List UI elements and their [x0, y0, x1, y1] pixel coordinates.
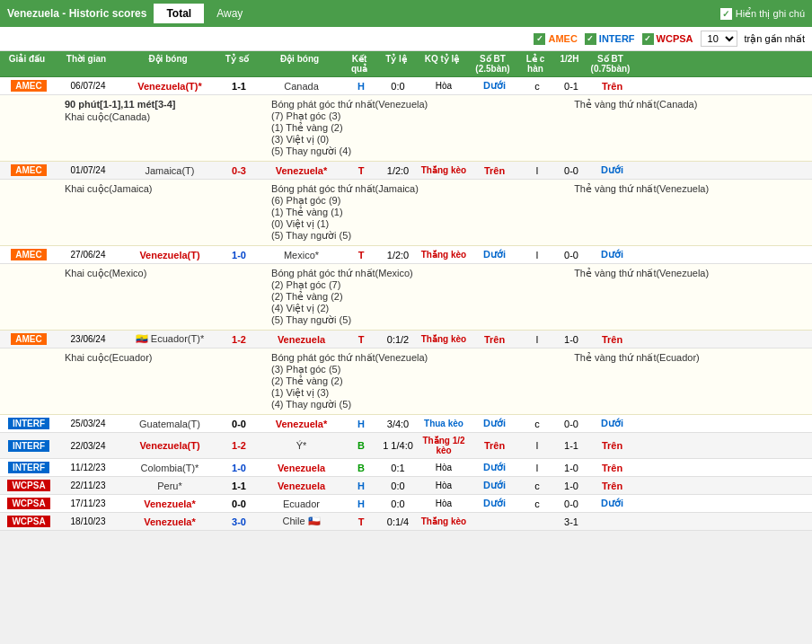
ty-le: 1/2:0 [378, 250, 418, 260]
so-bt-25: Dưới [470, 480, 519, 491]
table-row: AMEC 23/06/24 🇪🇨 Ecuador(T)* 1-2 Venezue… [0, 331, 812, 348]
main-container: Venezuela - Historic scores Total Away ✓… [0, 0, 812, 531]
team1-name: Jamaica(T) [120, 165, 219, 176]
col-doi-bong-1: Đội bóng [119, 51, 217, 76]
le-c: c [519, 81, 555, 92]
ty-le: 0:0 [378, 481, 418, 491]
show-notes-checkbox[interactable]: ✓ Hiển thị ghi chú [720, 8, 805, 20]
header-bar: Venezuela - Historic scores Total Away ✓… [0, 0, 812, 27]
half-score: 1-0 [555, 463, 587, 473]
match-score: 1-2 [219, 334, 259, 345]
match-result: B [344, 463, 378, 473]
match-score: 1-1 [219, 81, 259, 92]
detail-the-vang: Thẻ vàng thứ nhất(Ecuador) [574, 352, 805, 410]
match-date: 27/06/24 [56, 250, 120, 260]
team2-name: Ý* [259, 440, 344, 451]
match-result: H [344, 481, 378, 491]
table-row: AMEC 06/07/24 Venezuela(T)* 1-1 Canada H… [0, 77, 812, 95]
so-bt-075: Dưới [587, 164, 637, 176]
table-row: INTERF 22/03/24 Venezuela(T) 1-2 Ý* B 1 … [0, 433, 812, 459]
col-so-bt-075: Số BT (0.75bàn) [586, 51, 635, 76]
match-score: 1-2 [219, 440, 259, 451]
match-result: H [344, 498, 378, 509]
amec-filter[interactable]: ✓ AMEC [534, 33, 577, 45]
tab-total[interactable]: Total [154, 4, 204, 23]
col-doi-bong-2: Đội bóng [257, 51, 342, 76]
match-detail: 90 phút[1-1],11 mét[3-4] Khai cuộc(Canad… [0, 95, 812, 162]
match-detail: Khai cuộc(Ecuador) Bóng phát góc thứ nhấ… [0, 348, 812, 415]
so-bt-075: Trên [587, 334, 637, 345]
page-title: Venezuela - Historic scores [7, 7, 146, 20]
kq-ty-le: Thắng kèo [418, 516, 470, 526]
match-result: H [344, 81, 378, 92]
match-date: 06/07/24 [56, 81, 120, 91]
half-score: 1-0 [555, 481, 587, 491]
team2-name: Venezuela [259, 463, 344, 473]
le-c: l [519, 250, 555, 260]
detail-the-vang: Thẻ vàng thứ nhất(Venezuela) [574, 183, 805, 242]
detail-khai-cuoc: Khai cuộc(Ecuador) [65, 352, 257, 410]
team2-name: Chile 🇨🇱 [259, 516, 344, 527]
count-select[interactable]: 10 5 15 20 [701, 31, 737, 47]
match-date: 22/11/23 [56, 481, 120, 490]
team1-name: Venezuela* [120, 498, 219, 509]
half-score: 0-0 [555, 498, 587, 509]
table-row: INTERF 11/12/23 Colombia(T)* 1-0 Venezue… [0, 459, 812, 477]
le-c: l [519, 165, 555, 176]
match-score: 0-3 [219, 165, 259, 176]
kq-ty-le: Thắng kèo [418, 334, 470, 344]
match-score: 1-0 [219, 250, 259, 260]
kq-ty-le: Hòa [418, 481, 470, 490]
kq-ty-le: Thắng 1/2 kèo [418, 436, 470, 455]
team1-name: Venezuela(T)* [120, 81, 219, 92]
match-score: 1-1 [219, 481, 259, 491]
col-giai-dau: Giải đấu [0, 51, 54, 76]
team2-name: Canada [259, 81, 344, 92]
team1-name: Guatemala(T) [120, 419, 219, 429]
match-date: 01/07/24 [56, 165, 120, 175]
team2-name: Venezuela* [259, 419, 344, 429]
ty-le: 0:0 [378, 498, 418, 509]
table-row: AMEC 01/07/24 Jamaica(T) 0-3 Venezuela* … [0, 162, 812, 180]
so-bt-25: Trên [470, 334, 519, 345]
match-result: B [344, 440, 378, 451]
team1-name: Peru* [120, 481, 219, 491]
col-thoi-gian: Thời gian [54, 51, 119, 76]
half-score: 0-0 [555, 165, 587, 176]
so-bt-075: Trên [587, 81, 637, 92]
col-kq-ty-le: KQ tỷ lệ [416, 51, 468, 76]
match-date: 22/03/24 [56, 441, 120, 451]
team2-name: Venezuela [259, 481, 344, 491]
wcpsa-filter[interactable]: ✓ WCPSA [642, 33, 693, 45]
detail-the-vang: Thẻ vàng thứ nhất(Venezuela) [574, 268, 805, 326]
wcpsa-checkbox[interactable]: ✓ [642, 33, 654, 45]
amec-label: AMEC [548, 33, 577, 44]
table-row: INTERF 25/03/24 Guatemala(T) 0-0 Venezue… [0, 415, 812, 433]
detail-the-vang: Thẻ vàng thứ nhất(Canada) [574, 99, 805, 157]
table-row: WCPSA 18/10/23 Venezuela* 3-0 Chile 🇨🇱 T… [0, 513, 812, 531]
half-score: 0-1 [555, 81, 587, 92]
detail-bong-phat-goc: Bóng phát góc thứ nhất(Mexico) (2) Phạt … [271, 268, 560, 326]
so-bt-075: Dưới [587, 498, 637, 509]
team1-name: 🇪🇨 Ecuador(T)* [120, 333, 219, 345]
amec-checkbox[interactable]: ✓ [534, 33, 545, 45]
interf-filter[interactable]: ✓ INTERF [585, 33, 635, 45]
show-notes-label: Hiển thị ghi chú [736, 8, 805, 20]
kq-ty-le: Thắng kèo [418, 165, 470, 175]
interf-checkbox[interactable]: ✓ [585, 33, 596, 45]
le-c: l [519, 334, 555, 345]
team2-name: Venezuela [259, 334, 344, 345]
team1-name: Venezuela(T) [120, 440, 219, 451]
tab-away[interactable]: Away [204, 4, 255, 23]
le-c: c [519, 481, 555, 491]
so-bt-075: Trên [587, 440, 637, 451]
so-bt-25: Dưới [470, 80, 519, 92]
match-result: T [344, 516, 378, 527]
table-row: WCPSA 22/11/23 Peru* 1-1 Venezuela H 0:0… [0, 477, 812, 495]
filter-row: ✓ AMEC ✓ INTERF ✓ WCPSA 10 5 15 20 trận … [0, 27, 812, 51]
col-half: 1/2H [553, 51, 586, 76]
ty-le: 0:1 [378, 463, 418, 473]
so-bt-25: Dưới [470, 498, 519, 509]
le-c: c [519, 419, 555, 429]
so-bt-075: Trên [587, 481, 637, 491]
